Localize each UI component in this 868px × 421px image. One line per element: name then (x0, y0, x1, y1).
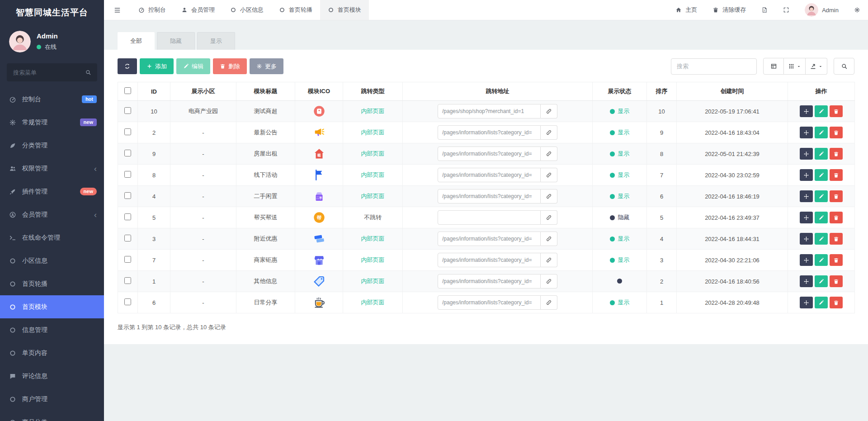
move-button[interactable] (800, 127, 813, 138)
topbar-tab-community[interactable]: 小区信息 (222, 0, 271, 20)
edit-row-button[interactable] (815, 169, 828, 181)
refresh-button[interactable] (118, 58, 137, 74)
topbar-home-button[interactable]: 主页 (668, 0, 705, 20)
grid-view-button[interactable] (784, 58, 806, 75)
jump-url-input[interactable] (438, 189, 541, 203)
sidebar-item-comment[interactable]: 评论信息 (0, 364, 104, 388)
edit-row-button[interactable] (815, 233, 828, 245)
sidebar-toggle-button[interactable] (104, 0, 131, 20)
link-button[interactable] (541, 295, 557, 310)
topbar-tab-console[interactable]: 控制台 (131, 0, 174, 20)
topbar-tab-module[interactable]: 首页模块 (320, 0, 369, 20)
jump-url-input[interactable] (438, 232, 541, 246)
edit-row-button[interactable] (815, 212, 828, 223)
link-button[interactable] (541, 189, 557, 203)
jump-url-input[interactable] (438, 147, 541, 161)
table-view-button[interactable] (763, 58, 784, 75)
delete-row-button[interactable] (830, 275, 843, 287)
delete-row-button[interactable] (830, 212, 843, 223)
link-button[interactable] (541, 147, 557, 161)
edit-row-button[interactable] (815, 297, 828, 308)
user-panel[interactable]: Admin 在线 (0, 25, 104, 59)
link-button[interactable] (541, 125, 557, 140)
delete-button[interactable]: 删除 (213, 58, 247, 74)
filter-tab-hidden[interactable]: 隐藏 (157, 32, 195, 50)
topbar-settings-button[interactable] (846, 0, 868, 20)
edit-button[interactable]: 编辑 (176, 58, 210, 74)
link-button[interactable] (541, 104, 557, 118)
filter-tab-all[interactable]: 全部 (118, 32, 155, 50)
row-checkbox[interactable] (124, 107, 131, 114)
link-button[interactable] (541, 274, 557, 289)
select-all-checkbox[interactable] (124, 87, 131, 94)
jump-url-input[interactable] (438, 253, 541, 267)
topbar-tab-banner[interactable]: 首页轮播 (271, 0, 320, 20)
row-checkbox[interactable] (124, 192, 131, 199)
topbar-fullscreen-button[interactable] (775, 0, 797, 20)
edit-row-button[interactable] (815, 190, 828, 202)
row-checkbox[interactable] (124, 235, 131, 241)
row-checkbox[interactable] (124, 128, 131, 135)
sidebar-item-banner[interactable]: 首页轮播 (0, 272, 104, 295)
sidebar-item-console[interactable]: 控制台hot (0, 88, 104, 111)
delete-row-button[interactable] (830, 254, 843, 266)
filter-tab-shown[interactable]: 显示 (197, 32, 235, 50)
topbar-tab-member[interactable]: 会员管理 (174, 0, 222, 20)
delete-row-button[interactable] (830, 105, 843, 117)
sidebar-item-module[interactable]: 首页模块 (0, 295, 104, 318)
jump-url-input[interactable] (438, 274, 541, 289)
link-button[interactable] (541, 232, 557, 246)
export-button[interactable] (806, 58, 827, 75)
row-checkbox[interactable] (124, 171, 131, 178)
edit-row-button[interactable] (815, 275, 828, 287)
sidebar-item-information[interactable]: 信息管理 (0, 318, 104, 341)
row-checkbox[interactable] (124, 256, 131, 263)
sidebar-item-page[interactable]: 单页内容 (0, 341, 104, 364)
jump-url-input[interactable] (438, 210, 541, 225)
jump-url-input[interactable] (438, 104, 541, 118)
move-button[interactable] (800, 233, 813, 245)
delete-row-button[interactable] (830, 127, 843, 138)
link-button[interactable] (541, 253, 557, 267)
move-button[interactable] (800, 297, 813, 308)
add-button[interactable]: 添加 (140, 58, 174, 74)
link-button[interactable] (541, 168, 557, 182)
jump-url-input[interactable] (438, 168, 541, 182)
jump-url-input[interactable] (438, 125, 541, 140)
sidebar-item-auth[interactable]: 权限管理‹ (0, 157, 104, 180)
edit-row-button[interactable] (815, 254, 828, 266)
sidebar-item-addon[interactable]: 插件管理new (0, 180, 104, 203)
edit-row-button[interactable] (815, 148, 828, 160)
more-button[interactable]: 更多 (250, 58, 283, 74)
topbar-user[interactable]: Admin (797, 0, 846, 20)
topbar-language-button[interactable]: 文 (754, 0, 775, 20)
sidebar-item-merchant[interactable]: 商户管理 (0, 388, 104, 411)
move-button[interactable] (800, 275, 813, 287)
delete-row-button[interactable] (830, 169, 843, 181)
row-checkbox[interactable] (124, 150, 131, 156)
move-button[interactable] (800, 254, 813, 266)
move-button[interactable] (800, 212, 813, 223)
delete-row-button[interactable] (830, 297, 843, 308)
move-button[interactable] (800, 190, 813, 202)
sidebar-item-category[interactable]: 分类管理 (0, 134, 104, 157)
jump-url-input[interactable] (438, 295, 541, 310)
sidebar-item-member[interactable]: 会员管理‹ (0, 203, 104, 226)
edit-row-button[interactable] (815, 105, 828, 117)
sidebar-item-command[interactable]: 在线命令管理 (0, 226, 104, 249)
sidebar-item-community[interactable]: 小区信息 (0, 249, 104, 272)
sidebar-item-general[interactable]: 常规管理new (0, 111, 104, 134)
table-search-input[interactable] (671, 58, 757, 75)
edit-row-button[interactable] (815, 127, 828, 138)
move-button[interactable] (800, 105, 813, 117)
menu-search-input[interactable] (7, 63, 97, 81)
delete-row-button[interactable] (830, 233, 843, 245)
topbar-clear-cache-button[interactable]: 清除缓存 (705, 0, 754, 20)
delete-row-button[interactable] (830, 190, 843, 202)
sidebar-item-goods[interactable]: 商品分类 (0, 411, 104, 421)
link-button[interactable] (541, 210, 557, 225)
move-button[interactable] (800, 148, 813, 160)
delete-row-button[interactable] (830, 148, 843, 160)
row-checkbox[interactable] (124, 298, 131, 305)
search-button[interactable] (834, 58, 854, 75)
